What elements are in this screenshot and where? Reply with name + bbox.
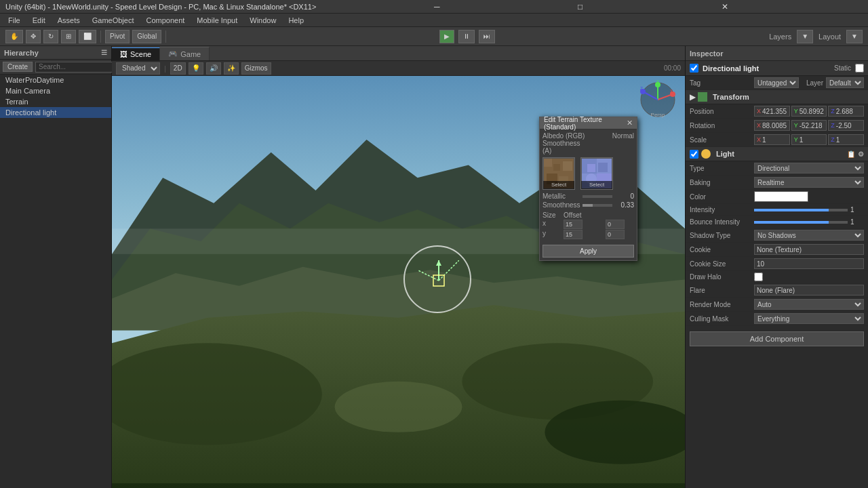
inspector-header: Inspector	[686, 46, 868, 61]
rot-z[interactable]: Z-2.50	[828, 120, 864, 131]
menu-window[interactable]: Window	[244, 15, 281, 26]
bounce-slider[interactable]	[754, 221, 848, 224]
layout-dropdown[interactable]: ▼	[846, 30, 863, 43]
toolbar-rect-btn[interactable]: ⬜	[79, 30, 96, 43]
layer-dropdown[interactable]: Default	[826, 77, 864, 88]
shadow-dropdown[interactable]: No Shadows	[754, 230, 864, 241]
pivot-button[interactable]: Pivot	[105, 30, 130, 43]
intensity-slider-row: 1	[754, 206, 864, 214]
audio-toggle[interactable]: 🔊	[206, 62, 221, 75]
svg-marker-15	[436, 260, 441, 266]
rot-x[interactable]: X88.0085	[754, 120, 790, 131]
step-button[interactable]: ⏭	[479, 30, 495, 43]
tab-scene-label: Scene	[130, 50, 151, 58]
maximize-btn[interactable]: □	[578, 2, 719, 12]
color-picker[interactable]	[754, 191, 808, 202]
create-button[interactable]: Create	[3, 62, 33, 72]
transform-section-header[interactable]: ▶ Transform	[686, 90, 868, 104]
pos-y[interactable]: Y50.8992	[791, 106, 827, 117]
offset-y-field[interactable]	[606, 230, 625, 239]
scale-y[interactable]: Y1	[791, 134, 827, 145]
menu-edit[interactable]: Edit	[27, 15, 51, 26]
rotation-fields: X88.0085 Y-52.218 Z-2.50	[754, 120, 864, 131]
menu-component[interactable]: Component	[140, 15, 190, 26]
rotation-label: Rotation	[690, 122, 754, 129]
tab-game[interactable]: 🎮 Game	[160, 47, 210, 60]
layers-dropdown[interactable]: ▼	[797, 30, 813, 43]
apply-button[interactable]: Apply	[542, 245, 634, 258]
scale-x[interactable]: X1	[754, 134, 790, 145]
hierarchy-item-waterproday[interactable]: WaterProDaytime	[0, 75, 111, 85]
add-component-button[interactable]: Add Component	[690, 331, 864, 346]
cookie-value[interactable]: None (Texture)	[754, 244, 864, 255]
render-mode-label: Render Mode	[690, 301, 754, 308]
global-button[interactable]: Global	[132, 30, 161, 43]
play-button[interactable]: ▶	[439, 30, 454, 43]
light-section-header[interactable]: Light 📋 ⚙	[686, 147, 868, 161]
intensity-row: Intensity 1	[686, 204, 868, 216]
dialog-close-btn[interactable]: ✕	[627, 119, 633, 127]
hierarchy-item-dirlight[interactable]: Directional light	[0, 107, 111, 118]
static-toggle[interactable]	[855, 64, 864, 73]
2d-toggle[interactable]: 2D	[170, 62, 186, 75]
toolbar-rotate-btn[interactable]: ↻	[43, 30, 58, 43]
toolbar-move-btn[interactable]: ✥	[26, 30, 41, 43]
normal-select-btn[interactable]: Select	[581, 181, 612, 189]
render-mode-dropdown[interactable]: Auto	[754, 299, 864, 310]
tab-scene[interactable]: 🖼 Scene	[112, 47, 160, 60]
light-type-dropdown[interactable]: Directional	[754, 163, 864, 174]
size-x-field[interactable]	[564, 220, 583, 229]
inspector-panel: Inspector Directional light Static Tag U…	[685, 46, 868, 488]
toolbar-scale-btn[interactable]: ⊞	[61, 30, 76, 43]
cookie-size-value[interactable]: 10	[754, 258, 864, 269]
albedo-select-btn[interactable]: Select	[543, 181, 574, 189]
menu-help[interactable]: Help	[283, 15, 309, 26]
menu-mobileinput[interactable]: Mobile Input	[191, 15, 243, 26]
scale-z[interactable]: Z1	[828, 134, 864, 145]
intensity-label: Intensity	[690, 206, 754, 214]
pause-button[interactable]: ⏸	[458, 30, 475, 43]
minimize-btn[interactable]: ─	[434, 2, 575, 12]
bounce-label: Bounce Intensity	[690, 218, 754, 226]
tag-dropdown[interactable]: Untagged	[754, 77, 799, 88]
menu-assets[interactable]: Assets	[52, 15, 85, 26]
pos-x[interactable]: X421.355	[754, 106, 790, 117]
rot-y[interactable]: Y-52.218	[791, 120, 827, 131]
intensity-value: 1	[850, 206, 864, 214]
menu-file[interactable]: File	[3, 15, 26, 26]
light-enable-toggle[interactable]	[690, 150, 698, 159]
hierarchy-collapse-btn[interactable]: ☰	[101, 49, 107, 56]
intensity-slider[interactable]	[754, 209, 848, 211]
close-btn[interactable]: ✕	[722, 2, 863, 12]
transform-icon	[698, 92, 707, 102]
scene-toolbar: Shaded | 2D 💡 🔊 ✨ Gizmos 00:00	[112, 61, 685, 76]
normal-texture-preview[interactable]: Select	[580, 157, 613, 190]
scene-viewport[interactable]: X Y Z Persp Edit Terrain Texture (Standa…	[112, 76, 685, 488]
draw-halo-checkbox[interactable]	[754, 272, 763, 281]
hierarchy-item-terrain[interactable]: Terrain	[0, 96, 111, 107]
scale-label: Scale	[690, 136, 754, 144]
metallic-slider[interactable]	[583, 195, 612, 198]
light-type-row: Type Directional	[686, 161, 868, 176]
baking-dropdown[interactable]: Realtime	[754, 177, 864, 188]
toolbar-hand-btn[interactable]: ✋	[5, 30, 23, 43]
scale-row: Scale X1 Y1 Z1	[686, 133, 868, 147]
flare-value[interactable]: None (Flare)	[754, 285, 864, 296]
metallic-row: Metallic 0	[542, 192, 634, 200]
pos-z[interactable]: Z2.688	[828, 106, 864, 117]
transform-title: Transform	[713, 93, 749, 101]
gizmos-btn[interactable]: Gizmos	[241, 62, 271, 75]
effects-toggle[interactable]: ✨	[224, 62, 239, 75]
shaded-dropdown[interactable]: Shaded	[116, 62, 160, 75]
scene-area: 🖼 Scene 🎮 Game Shaded | 2D 💡 🔊 ✨ Gizmos …	[112, 46, 685, 488]
light-menu-icon[interactable]: ⚙	[858, 150, 864, 158]
lights-toggle[interactable]: 💡	[189, 62, 203, 75]
hierarchy-item-maincamera[interactable]: Main Camera	[0, 85, 111, 96]
size-y-field[interactable]	[564, 230, 583, 239]
menu-gameobject[interactable]: GameObject	[87, 15, 140, 26]
albedo-texture-preview[interactable]: Select	[542, 157, 575, 190]
culling-dropdown[interactable]: Everything	[754, 313, 864, 324]
smoothness-slider[interactable]	[583, 204, 612, 207]
object-active-toggle[interactable]	[690, 64, 698, 73]
offset-x-field[interactable]	[606, 220, 625, 229]
